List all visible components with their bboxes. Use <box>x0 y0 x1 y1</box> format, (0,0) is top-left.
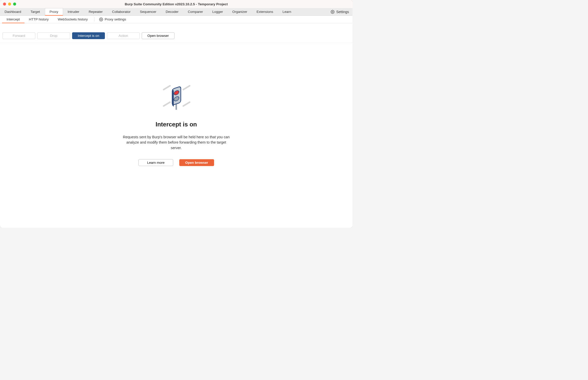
tab-label: Collaborator <box>112 10 131 14</box>
button-label: Open browser <box>185 161 208 165</box>
tab-logger[interactable]: Logger <box>208 8 228 15</box>
subtab-websockets-history[interactable]: WebSockets history <box>53 16 92 23</box>
button-label: Forward <box>13 34 25 38</box>
subtab-intercept[interactable]: Intercept <box>2 16 24 23</box>
intercept-empty-state: Intercept is on Requests sent by Burp's … <box>0 43 352 228</box>
tab-dashboard[interactable]: Dashboard <box>0 8 26 15</box>
tab-label: Learn <box>282 10 291 14</box>
drop-button[interactable]: Drop <box>37 32 70 39</box>
button-label: Learn more <box>147 161 164 165</box>
traffic-light-icon <box>156 85 196 113</box>
tab-sequencer[interactable]: Sequencer <box>135 8 161 15</box>
hero-description: Requests sent by Burp's browser will be … <box>121 134 232 150</box>
action-button[interactable]: Action <box>107 32 140 39</box>
tab-label: Sequencer <box>140 10 156 14</box>
svg-line-2 <box>164 86 170 90</box>
tab-repeater[interactable]: Repeater <box>84 8 108 15</box>
forward-button[interactable]: Forward <box>3 32 35 39</box>
settings-button[interactable]: Settings <box>327 8 352 15</box>
window-maximize-button[interactable] <box>13 3 16 6</box>
window-minimize-button[interactable] <box>8 3 11 6</box>
tab-label: Organizer <box>232 10 247 14</box>
proxy-settings-button[interactable]: Proxy settings <box>97 16 129 23</box>
tab-label: Dashboard <box>5 10 21 14</box>
gear-icon <box>99 17 103 21</box>
tab-learn[interactable]: Learn <box>278 8 296 15</box>
svg-rect-6 <box>175 104 177 110</box>
intercept-toolbar: Forward Drop Intercept is on Action Open… <box>0 23 352 43</box>
main-tabbar: Dashboard Target Proxy Intruder Repeater… <box>0 8 352 16</box>
subtab-label: WebSockets history <box>58 17 88 21</box>
tab-label: Extensions <box>256 10 273 14</box>
proxy-settings-label: Proxy settings <box>105 17 126 21</box>
subtab-label: HTTP history <box>29 17 49 21</box>
svg-point-1 <box>101 19 102 20</box>
titlebar: Burp Suite Community Edition v2023.10.2.… <box>0 0 352 8</box>
tab-extensions[interactable]: Extensions <box>252 8 278 15</box>
tab-target[interactable]: Target <box>26 8 45 15</box>
svg-point-0 <box>332 11 333 12</box>
tab-label: Repeater <box>89 10 103 14</box>
tab-label: Logger <box>212 10 223 14</box>
button-label: Intercept is on <box>78 34 99 38</box>
svg-line-3 <box>183 86 190 90</box>
sub-tabbar: Intercept HTTP history WebSockets histor… <box>0 16 352 23</box>
tab-proxy[interactable]: Proxy <box>45 8 63 16</box>
gear-icon <box>331 10 335 14</box>
hero-title: Intercept is on <box>156 121 197 128</box>
window-close-button[interactable] <box>3 3 6 6</box>
button-label: Open browser <box>148 34 169 38</box>
tab-decoder[interactable]: Decoder <box>161 8 183 15</box>
settings-label: Settings <box>336 10 349 14</box>
tab-collaborator[interactable]: Collaborator <box>107 8 135 15</box>
svg-line-5 <box>183 102 190 106</box>
window-title: Burp Suite Community Edition v2023.10.2.… <box>3 2 349 6</box>
subtab-label: Intercept <box>7 17 20 21</box>
tab-organizer[interactable]: Organizer <box>228 8 252 15</box>
open-browser-hero-button[interactable]: Open browser <box>179 159 214 166</box>
tab-label: Proxy <box>50 10 58 14</box>
subtab-http-history[interactable]: HTTP history <box>24 16 53 23</box>
tab-label: Comparer <box>188 10 203 14</box>
button-label: Action <box>119 34 128 38</box>
button-label: Drop <box>50 34 57 38</box>
divider <box>94 17 95 21</box>
intercept-toggle-button[interactable]: Intercept is on <box>72 32 105 39</box>
open-browser-button[interactable]: Open browser <box>142 32 174 39</box>
tab-intruder[interactable]: Intruder <box>63 8 84 15</box>
learn-more-button[interactable]: Learn more <box>138 159 173 166</box>
tab-label: Intruder <box>68 10 79 14</box>
tab-comparer[interactable]: Comparer <box>183 8 208 15</box>
tab-label: Target <box>31 10 40 14</box>
tab-label: Decoder <box>166 10 179 14</box>
svg-line-4 <box>164 102 170 106</box>
